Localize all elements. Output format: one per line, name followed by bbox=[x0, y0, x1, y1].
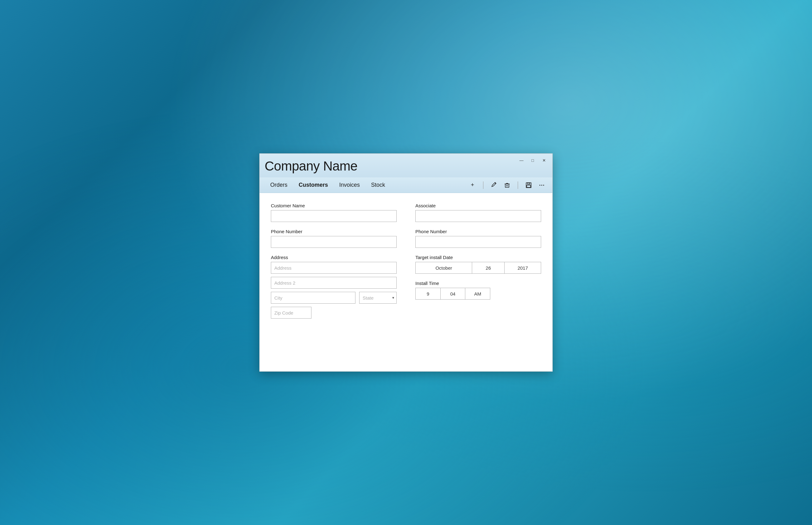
address-label: Address bbox=[271, 255, 397, 260]
title-bar: — □ ✕ Company Name bbox=[260, 154, 552, 177]
edit-icon bbox=[491, 182, 497, 188]
phone-right-input[interactable] bbox=[415, 236, 541, 248]
phone-left-group: Phone Number bbox=[271, 229, 397, 248]
svg-rect-0 bbox=[505, 184, 509, 188]
delete-button[interactable] bbox=[502, 180, 513, 191]
window-controls: — □ ✕ bbox=[517, 157, 549, 164]
save-button[interactable] bbox=[523, 180, 534, 191]
svg-point-5 bbox=[541, 184, 542, 185]
associate-label: Associate bbox=[415, 203, 541, 208]
tab-stock[interactable]: Stock bbox=[365, 179, 391, 191]
nav-tabs: Orders Customers Invoices Stock bbox=[265, 179, 467, 191]
main-window: — □ ✕ Company Name Orders Customers Invo… bbox=[259, 153, 553, 372]
time-minute-cell[interactable]: 04 bbox=[440, 288, 465, 300]
date-year-cell[interactable]: 2017 bbox=[504, 262, 541, 274]
close-button[interactable]: ✕ bbox=[539, 157, 549, 164]
svg-rect-3 bbox=[527, 185, 531, 188]
associate-group: Associate bbox=[415, 203, 541, 222]
trash-icon bbox=[504, 182, 510, 188]
address-fields: State ALAKAZAR CACOCTDE FLGAHIID ILINIAK… bbox=[271, 262, 397, 319]
time-picker: 9 04 AM bbox=[415, 288, 490, 300]
install-time-label: Install Time bbox=[415, 281, 541, 286]
time-hour-cell[interactable]: 9 bbox=[415, 288, 440, 300]
customer-name-input[interactable] bbox=[271, 210, 397, 222]
tab-orders[interactable]: Orders bbox=[265, 179, 293, 191]
time-ampm-cell[interactable]: AM bbox=[465, 288, 490, 300]
tab-invoices[interactable]: Invoices bbox=[334, 179, 365, 191]
form-grid: Customer Name Phone Number Address bbox=[271, 203, 541, 326]
minimize-button[interactable]: — bbox=[517, 157, 526, 164]
state-select[interactable]: State ALAKAZAR CACOCTDE FLGAHIID ILINIAK… bbox=[359, 292, 397, 304]
address-group: Address State ALAKAZAR CACOCTDE bbox=[271, 255, 397, 319]
add-button[interactable]: + bbox=[467, 180, 478, 191]
customer-name-group: Customer Name bbox=[271, 203, 397, 222]
state-wrapper: State ALAKAZAR CACOCTDE FLGAHIID ILINIAK… bbox=[359, 292, 397, 304]
address1-input[interactable] bbox=[271, 262, 397, 274]
more-button[interactable] bbox=[536, 180, 547, 191]
form-content: Customer Name Phone Number Address bbox=[260, 193, 552, 371]
nav-bar: Orders Customers Invoices Stock + bbox=[260, 177, 552, 193]
associate-input[interactable] bbox=[415, 210, 541, 222]
target-date-label: Target install Date bbox=[415, 255, 541, 260]
customer-name-label: Customer Name bbox=[271, 203, 397, 208]
phone-left-label: Phone Number bbox=[271, 229, 397, 234]
phone-right-label: Phone Number bbox=[415, 229, 541, 234]
more-icon bbox=[539, 182, 545, 188]
right-column: Associate Phone Number Target install Da… bbox=[415, 203, 541, 326]
save-icon bbox=[525, 182, 532, 188]
left-column: Customer Name Phone Number Address bbox=[271, 203, 397, 326]
tab-customers[interactable]: Customers bbox=[293, 179, 334, 191]
nav-divider-2 bbox=[518, 181, 518, 189]
date-day-cell[interactable]: 26 bbox=[472, 262, 504, 274]
svg-point-6 bbox=[543, 184, 544, 185]
city-input[interactable] bbox=[271, 292, 356, 304]
svg-rect-2 bbox=[527, 183, 530, 184]
nav-actions: + bbox=[467, 180, 547, 191]
install-time-group: Install Time 9 04 AM bbox=[415, 281, 541, 300]
svg-point-4 bbox=[539, 184, 540, 185]
zip-input[interactable] bbox=[271, 307, 311, 319]
maximize-button[interactable]: □ bbox=[528, 157, 537, 164]
date-picker: October 26 2017 bbox=[415, 262, 541, 274]
date-month-cell[interactable]: October bbox=[415, 262, 472, 274]
nav-divider-1 bbox=[483, 181, 483, 189]
phone-left-input[interactable] bbox=[271, 236, 397, 248]
target-date-group: Target install Date October 26 2017 bbox=[415, 255, 541, 274]
edit-button[interactable] bbox=[488, 180, 499, 191]
address2-input[interactable] bbox=[271, 277, 397, 289]
city-state-row: State ALAKAZAR CACOCTDE FLGAHIID ILINIAK… bbox=[271, 292, 397, 304]
app-title: Company Name bbox=[265, 159, 547, 174]
phone-right-group: Phone Number bbox=[415, 229, 541, 248]
